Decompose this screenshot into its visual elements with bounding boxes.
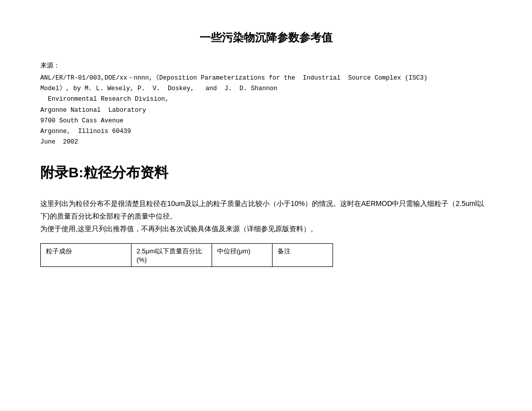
data-table: 粒子成份 2.5μml以下质量百分比 (%) 中位径(μm) 备注 [40,243,333,267]
page-title: 一些污染物沉降参数参考值 [40,30,492,45]
page-container: 一些污染物沉降参数参考值 来源： ANL/ER/TR-01/003,DOE/xx… [0,0,532,411]
table-header-col3: 中位径(μm) [212,244,273,267]
source-block: 来源： ANL/ER/TR-01/003,DOE/xx－nnnn,《Deposi… [40,60,492,148]
table-header-row: 粒子成份 2.5μml以下质量百分比 (%) 中位径(μm) 备注 [41,244,333,267]
source-label: 来源： [40,60,492,71]
description-line-1: 这里列出为粒径分布不是很清楚且粒径在10um及以上的粒子质量占比较小（小于10%… [40,197,492,223]
table-header-col2: 2.5μml以下质量百分比 (%) [131,244,212,267]
table-header-col1: 粒子成份 [41,244,131,267]
section-heading: 附录B:粒径分布资料 [40,163,492,182]
source-text: ANL/ER/TR-01/003,DOE/xx－nnnn,《Deposition… [40,73,492,148]
table-container: 粒子成份 2.5μml以下质量百分比 (%) 中位径(μm) 备注 [40,243,492,267]
table-header-col4: 备注 [273,244,333,267]
description-block: 这里列出为粒径分布不是很清楚且粒径在10um及以上的粒子质量占比较小（小于10%… [40,197,492,236]
description-line-2: 为便于使用,这里只列出推荐值，不再列出各次试验具体值及来源（详细参见原版资料）。 [40,223,492,235]
